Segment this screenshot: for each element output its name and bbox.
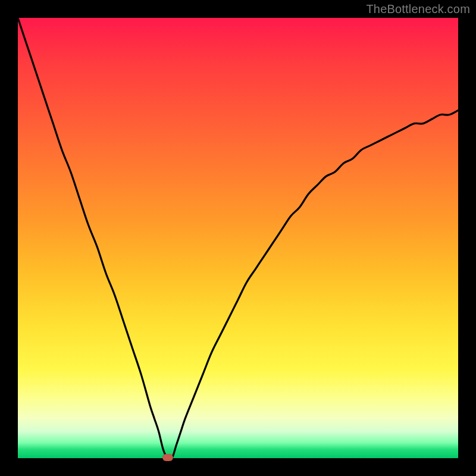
bottleneck-curve [18, 18, 458, 458]
watermark-text: TheBottleneck.com [366, 2, 470, 16]
plot-area [18, 18, 458, 458]
optimal-marker [162, 454, 173, 461]
chart-frame: TheBottleneck.com [0, 0, 476, 476]
